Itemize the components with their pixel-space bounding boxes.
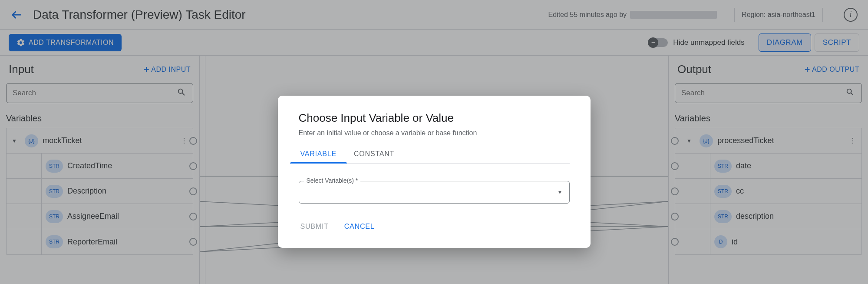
dialog-actions: SUBMIT CANCEL <box>299 219 570 234</box>
choose-variable-dialog: Choose Input Variable or Value Enter an … <box>278 96 591 248</box>
dialog-title: Choose Input Variable or Value <box>299 111 570 125</box>
modal-scrim[interactable]: Choose Input Variable or Value Enter an … <box>0 0 868 284</box>
select-variable-label: Select Variable(s) * <box>304 177 361 184</box>
chevron-down-icon: ▼ <box>558 189 563 195</box>
dialog-tabs: VARIABLE CONSTANT <box>299 146 570 164</box>
tab-constant[interactable]: CONSTANT <box>352 146 396 163</box>
cancel-button[interactable]: CANCEL <box>343 219 376 234</box>
dialog-subtitle: Enter an initial value or choose a varia… <box>299 129 570 137</box>
select-variable-field[interactable]: Select Variable(s) * ▼ <box>299 181 570 204</box>
select-variable-dropdown[interactable] <box>299 181 570 204</box>
submit-button[interactable]: SUBMIT <box>299 219 330 234</box>
tab-variable[interactable]: VARIABLE <box>299 146 338 163</box>
